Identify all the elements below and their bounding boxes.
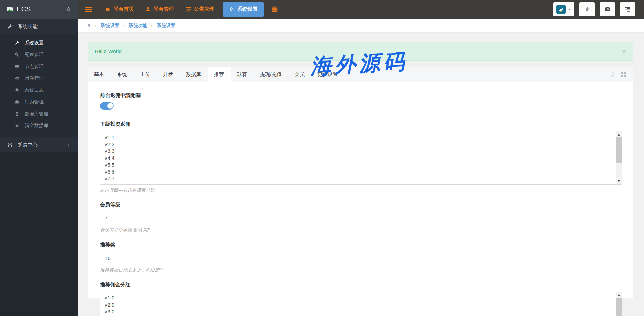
logo-bar[interactable]: ECS (0, 0, 78, 19)
pin-icon (87, 23, 91, 28)
app-root: ECS 系统功能 系统设置 (0, 0, 644, 316)
home-icon (105, 7, 111, 12)
front-rebate-switch-label: 前台返佣申請開關 (100, 92, 622, 99)
scroll-up-icon[interactable]: ▲ (616, 292, 622, 298)
chevron-left-icon (67, 143, 70, 147)
breadcrumb-separator: › (123, 23, 125, 28)
tab-member[interactable]: 会员 (288, 67, 311, 82)
nav-item-platform-home[interactable]: 平台首页 (99, 0, 140, 19)
invest-rebate-label: 下級投资返佣 (100, 121, 622, 127)
sidebar-section-extension-center[interactable]: 扩展中心 (0, 137, 78, 152)
wrench-icon (14, 41, 20, 45)
alert-close-icon[interactable]: × (622, 48, 626, 55)
success-alert: Hello World × (88, 42, 633, 61)
sidebar-item-node-management[interactable]: 节点管理 (0, 60, 78, 72)
menu-lines-icon (625, 7, 630, 12)
scrollbar-thumb[interactable] (616, 298, 622, 316)
external-link-icon (605, 7, 610, 12)
content-area: Hello World × 基本 系统 上传 开发 数据库 推荐 球赛 提现/充… (78, 33, 644, 316)
sidebar-item-label: 系统日志 (25, 87, 44, 93)
scroll-down-icon[interactable]: ▼ (616, 178, 622, 184)
tab-more-settings[interactable]: 更多设置 (311, 67, 344, 82)
sidebar-item-label: 清空数据库 (25, 123, 48, 129)
layers-icon (7, 142, 13, 148)
tab-upload[interactable]: 上传 (134, 67, 157, 82)
grid-icon[interactable] (267, 6, 283, 12)
invest-rebate-textarea-wrap: v1:1 v2:2 v3:3 v4:4 v5:5 v6:6 v7:7 v8:8 … (100, 131, 622, 185)
sidebar-item-label: 系统设置 (25, 40, 44, 46)
member-level-input[interactable] (100, 212, 622, 224)
scrollbar-thumb[interactable] (616, 137, 622, 163)
scrollbar-track[interactable] (616, 298, 622, 316)
sidebar: ECS 系统功能 系统设置 (0, 0, 78, 316)
front-rebate-toggle[interactable] (100, 102, 114, 110)
field-member-level: 会员等级 会员有几个等级 默认为7 (100, 202, 622, 233)
tab-basic[interactable]: 基本 (88, 67, 111, 82)
sidebar-item-clear-database[interactable]: 清空数据库 (0, 120, 78, 131)
external-link-button[interactable] (600, 2, 615, 16)
list-icon (14, 64, 20, 69)
panel-tools (609, 67, 633, 82)
breadcrumb-separator: › (151, 23, 153, 28)
sidebar-item-behavior-management[interactable]: 行为管理 (0, 96, 78, 108)
main-area: 平台首页 平台管理 公告管理 系统设置 (78, 0, 644, 316)
sidebar-item-system-logs[interactable]: 系统日志 (0, 84, 78, 96)
nav-item-bulletin-management[interactable]: 公告管理 (180, 0, 220, 19)
breadcrumb-link-system-settings-2[interactable]: 系统设置 (157, 23, 175, 29)
droplet-icon[interactable] (66, 6, 71, 12)
tab-system[interactable]: 系统 (111, 67, 134, 82)
sidebar-item-database-management[interactable]: 数据库管理 (0, 108, 78, 120)
invest-rebate-help: 左边等级---右边返佣百分比 (100, 187, 622, 193)
field-front-rebate-switch: 前台返佣申請開關 (100, 92, 622, 110)
alert-message: Hello World (95, 48, 122, 54)
navbar-right-tools (553, 2, 640, 16)
gear-icon (229, 7, 234, 12)
tab-database[interactable]: 数据库 (180, 67, 208, 82)
bug-icon (14, 100, 20, 104)
nav-item-system-settings[interactable]: 系统设置 (223, 2, 264, 17)
tab-ballgame[interactable]: 球赛 (231, 67, 254, 82)
sidebar-item-label: 配置管理 (25, 52, 44, 58)
referral-commission-textarea[interactable]: v1:0 v2:0 v3:0 v4:0 v5:0 v6:0 v7:0 v8:0 (100, 292, 622, 316)
nav-item-platform-management[interactable]: 平台管理 (140, 0, 180, 19)
tab-develop[interactable]: 开发 (157, 67, 180, 82)
sidebar-item-config-management[interactable]: 配置管理 (0, 49, 78, 60)
trash-icon (585, 7, 590, 12)
sidebar-section-label: 系统功能 (18, 23, 38, 30)
hamburger-icon[interactable] (85, 7, 92, 12)
refresh-icon[interactable] (609, 72, 615, 77)
sidebar-submenu: 系统设置 配置管理 节点管理 附件管理 (0, 34, 78, 137)
nav-item-label: 平台管理 (153, 6, 174, 13)
dolphin-logo-icon (556, 5, 566, 14)
expand-icon[interactable] (621, 72, 626, 77)
toggle-knob (107, 103, 113, 109)
sidebar-item-attachment-management[interactable]: 附件管理 (0, 72, 78, 84)
sidebar-item-label: 行为管理 (25, 99, 44, 105)
sidebar-filler (0, 152, 78, 316)
caret-down-icon (568, 8, 571, 11)
referral-bonus-input[interactable] (100, 252, 622, 264)
field-referral-commission: 推荐佣金分红 v1:0 v2:0 v3:0 v4:0 v5:0 v6:0 v7:… (100, 282, 622, 316)
tab-referral[interactable]: 推荐 (208, 67, 231, 82)
tab-withdraw-deposit[interactable]: 提现/充值 (254, 67, 288, 82)
clear-x-icon (14, 124, 20, 128)
textarea-scrollbar[interactable]: ▲ ▼ (616, 131, 622, 184)
user-icon (145, 7, 150, 12)
breadcrumb-link-system-settings[interactable]: 系统设置 (100, 23, 119, 29)
referral-bonus-help: 推荐奖励百分之多少，不用加% (100, 267, 622, 273)
referral-bonus-label: 推荐奖 (100, 242, 622, 248)
sidebar-section-system-functions[interactable]: 系统功能 (0, 19, 78, 34)
invest-rebate-textarea[interactable]: v1:1 v2:2 v3:3 v4:4 v5:5 v6:6 v7:7 v8:8 (100, 131, 622, 185)
trash-button[interactable] (579, 2, 595, 16)
scrollbar-track[interactable] (616, 137, 622, 178)
nav-item-label: 平台首页 (114, 6, 134, 13)
menu-list-button[interactable] (620, 2, 635, 16)
profile-dropdown-button[interactable] (553, 2, 574, 16)
top-navbar: 平台首页 平台管理 公告管理 系统设置 (78, 0, 644, 19)
breadcrumb-link-system-functions[interactable]: 系统功能 (128, 23, 147, 29)
textarea-scrollbar[interactable]: ▲ ▼ (616, 292, 622, 316)
breadcrumb: › 系统设置 › 系统功能 › 系统设置 (78, 19, 644, 33)
sidebar-item-label: 数据库管理 (25, 111, 48, 117)
scroll-up-icon[interactable]: ▲ (616, 131, 622, 137)
sidebar-item-system-settings[interactable]: 系统设置 (0, 37, 78, 49)
